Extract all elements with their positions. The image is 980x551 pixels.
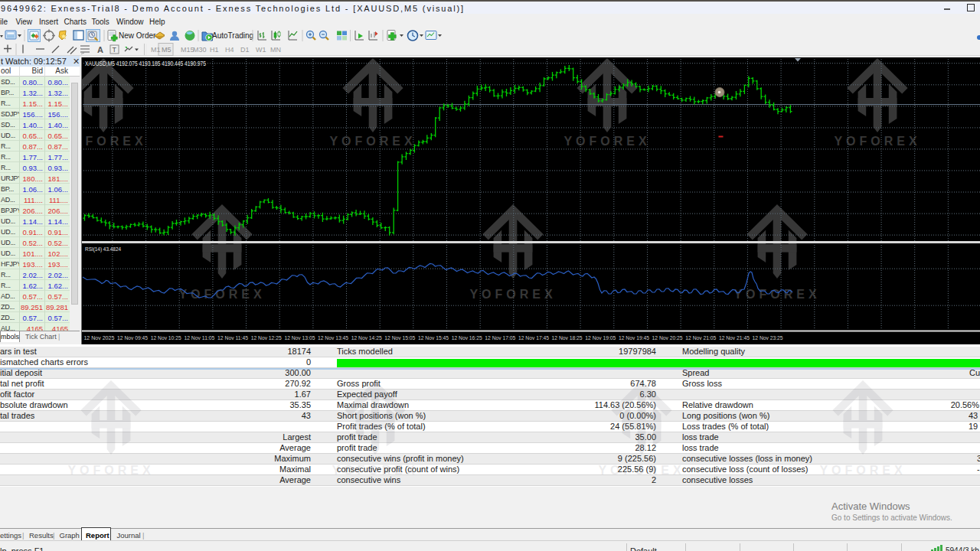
svg-text:H1: H1	[210, 46, 219, 54]
svg-text:YOFOREX: YOFOREX	[67, 464, 154, 477]
svg-text:MN: MN	[270, 46, 281, 54]
svg-text:M30: M30	[193, 46, 207, 54]
svg-text:D1: D1	[240, 46, 250, 54]
svg-text:YOFOREX: YOFOREX	[80, 135, 147, 148]
svg-text:YOFOREX: YOFOREX	[564, 135, 650, 148]
svg-text:T: T	[113, 46, 117, 54]
svg-text:YOFOREX: YOFOREX	[332, 464, 418, 477]
svg-text:YOFOREX: YOFOREX	[819, 464, 906, 477]
svg-text:New Order: New Order	[119, 31, 156, 40]
svg-text:12 Nov 18:25: 12 Nov 18:25	[552, 334, 583, 341]
svg-text:12 Nov 13:05: 12 Nov 13:05	[284, 334, 315, 341]
svg-text:AutoTrading: AutoTrading	[212, 31, 253, 40]
svg-text:12 Nov 19:05: 12 Nov 19:05	[585, 334, 616, 341]
svg-text:12 Nov 12:25: 12 Nov 12:25	[251, 334, 282, 341]
svg-text:W1: W1	[256, 46, 266, 54]
svg-text:12 Nov 19:45: 12 Nov 19:45	[619, 334, 649, 341]
svg-text:12 Nov 13:45: 12 Nov 13:45	[318, 334, 348, 341]
svg-text:12 Nov 16:25: 12 Nov 16:25	[452, 334, 482, 341]
svg-text:12 Nov 21:05: 12 Nov 21:05	[685, 334, 716, 341]
svg-text:YOFOREX: YOFOREX	[469, 288, 556, 301]
svg-text:A: A	[97, 45, 103, 54]
svg-text:12 Nov 10:25: 12 Nov 10:25	[151, 334, 181, 341]
svg-text:12 Nov 21:45: 12 Nov 21:45	[719, 334, 750, 341]
svg-text:12 Nov 09:45: 12 Nov 09:45	[117, 334, 148, 341]
svg-text:YOFOREX: YOFOREX	[329, 135, 416, 148]
svg-text:XAUUSD,M5 4192.075 4193.185 4: XAUUSD,M5 4192.075 4193.185 4190.445 419…	[85, 60, 206, 67]
svg-text:12 Nov 11:45: 12 Nov 11:45	[217, 334, 248, 341]
svg-text:M1: M1	[151, 46, 161, 54]
svg-text:YOFOREX: YOFOREX	[598, 464, 684, 477]
svg-text:12 Nov 17:05: 12 Nov 17:05	[485, 334, 515, 341]
svg-text:12 Nov 15:45: 12 Nov 15:45	[418, 334, 449, 341]
svg-text:12 Nov 15:05: 12 Nov 15:05	[384, 334, 415, 341]
svg-text:12 Nov 14:25: 12 Nov 14:25	[351, 334, 382, 341]
svg-text:YOFOREX: YOFOREX	[834, 135, 920, 148]
svg-text:12 Nov 2025: 12 Nov 2025	[83, 334, 114, 341]
svg-text:12 Nov 17:45: 12 Nov 17:45	[518, 334, 549, 341]
svg-text:12 Nov 20:25: 12 Nov 20:25	[652, 334, 683, 341]
svg-text:H4: H4	[225, 46, 234, 54]
svg-text:M5: M5	[162, 46, 172, 54]
svg-text:M15: M15	[181, 46, 194, 54]
svg-text:RSI(14) 43.4824: RSI(14) 43.4824	[85, 246, 121, 253]
svg-text:12 Nov 11:05: 12 Nov 11:05	[184, 334, 214, 341]
svg-text:12 Nov 23:25: 12 Nov 23:25	[753, 334, 783, 341]
svg-text:YOFOREX: YOFOREX	[733, 288, 820, 301]
